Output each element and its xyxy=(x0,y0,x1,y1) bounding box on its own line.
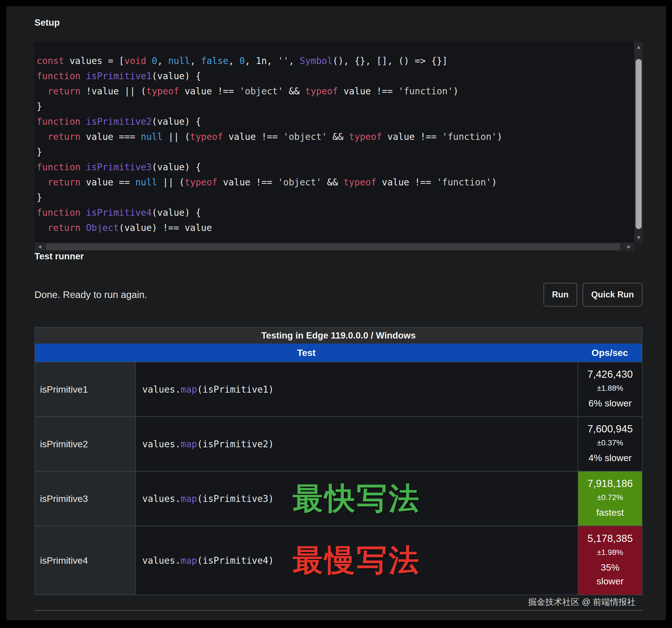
runner-buttons: Run Quick Run xyxy=(544,283,643,306)
ops-cell: 7,918,186 ±0.72% fastest xyxy=(578,471,642,526)
scroll-left-arrow-icon[interactable]: ◀ xyxy=(35,242,44,251)
results-rows: isPrimitive1 values.map(isPrimitive1) 7,… xyxy=(35,362,642,595)
test-name-cell: isPrimitive4 xyxy=(35,526,136,595)
vertical-scrollbar[interactable]: ▲ ▼ xyxy=(634,42,643,242)
test-code-cell: values.map(isPrimitive1) xyxy=(136,362,578,416)
result-row: isPrimitive4 values.map(isPrimitive4) 最慢… xyxy=(35,526,642,595)
scroll-down-arrow-icon[interactable]: ▼ xyxy=(634,233,643,242)
ops-cell: 7,426,430 ±1.88% 6% slower xyxy=(578,362,642,416)
setup-code-editor[interactable]: const values = [void 0, null, false, 0, … xyxy=(34,42,643,251)
column-header-ops: Ops/sec xyxy=(578,344,642,362)
horizontal-scrollbar[interactable]: ◀ ▶ xyxy=(34,242,634,251)
ops-value: 5,178,385 xyxy=(587,533,633,544)
page: { "colors": { "header_blue": "#0d49b2", … xyxy=(0,0,672,628)
test-name-cell: isPrimitive1 xyxy=(35,362,136,416)
runner-status: Done. Ready to run again. xyxy=(34,289,147,300)
ops-error-margin: ±0.37% xyxy=(597,438,623,447)
footer-divider xyxy=(34,610,643,611)
ops-value: 7,426,430 xyxy=(587,369,633,380)
test-runner-heading: Test runner xyxy=(34,251,666,262)
test-code-cell: values.map(isPrimitive4) 最慢写法 xyxy=(136,526,578,595)
ops-error-margin: ±1.98% xyxy=(597,548,623,557)
test-code-cell: values.map(isPrimitive3) 最快写法 xyxy=(136,471,578,526)
test-name: isPrimitive4 xyxy=(40,555,88,566)
ops-error-margin: ±1.88% xyxy=(597,384,623,393)
test-code: values.map(isPrimitive1) xyxy=(142,384,274,395)
results-caption: Testing in Edge 119.0.0.0 / Windows xyxy=(35,327,642,344)
vertical-scroll-thumb[interactable] xyxy=(635,59,642,229)
scroll-up-arrow-icon[interactable]: ▲ xyxy=(634,43,643,51)
test-code: values.map(isPrimitive2) xyxy=(142,439,274,449)
test-name-cell: isPrimitive2 xyxy=(35,417,136,471)
ops-status: 4% slower xyxy=(589,451,632,465)
quick-run-button[interactable]: Quick Run xyxy=(583,283,643,306)
ops-status: 6% slower xyxy=(589,396,632,410)
test-runner-bar: Done. Ready to run again. Run Quick Run xyxy=(34,283,643,306)
horizontal-scroll-thumb[interactable] xyxy=(46,243,620,250)
result-row: isPrimitive1 values.map(isPrimitive1) 7,… xyxy=(35,362,642,416)
annotation-overlay: 最快写法 xyxy=(293,478,421,519)
run-button[interactable]: Run xyxy=(544,283,577,306)
setup-code[interactable]: const values = [void 0, null, false, 0, … xyxy=(37,53,632,232)
test-name: isPrimitive1 xyxy=(40,384,88,395)
column-header-test: Test xyxy=(35,344,578,362)
ops-value: 7,600,945 xyxy=(587,423,633,435)
scrollbar-corner xyxy=(634,242,643,251)
test-code: values.map(isPrimitive4) xyxy=(142,555,274,566)
benchmark-panel: Setup const values = [void 0, null, fals… xyxy=(6,6,666,620)
test-code: values.map(isPrimitive3) xyxy=(142,493,274,504)
ops-value: 7,918,186 xyxy=(587,478,633,489)
results-header: Test Ops/sec xyxy=(35,344,642,362)
result-row: isPrimitive2 values.map(isPrimitive2) 7,… xyxy=(35,416,642,471)
annotation-overlay: 最慢写法 xyxy=(293,540,421,581)
setup-heading: Setup xyxy=(34,6,666,28)
scroll-right-arrow-icon[interactable]: ▶ xyxy=(624,242,634,251)
ops-cell: 5,178,385 ±1.98% 35%slower xyxy=(578,526,642,595)
ops-cell: 7,600,945 ±0.37% 4% slower xyxy=(578,417,642,471)
test-code-cell: values.map(isPrimitive2) xyxy=(136,417,578,471)
ops-error-margin: ±0.72% xyxy=(597,493,623,502)
ops-status: fastest xyxy=(596,506,624,519)
result-row: isPrimitive3 values.map(isPrimitive3) 最快… xyxy=(35,471,642,526)
ops-status: 35%slower xyxy=(596,560,623,588)
test-name: isPrimitive3 xyxy=(40,493,88,504)
watermark: 掘金技术社区 @ 前端情报社 xyxy=(6,596,635,608)
results-table: Testing in Edge 119.0.0.0 / Windows Test… xyxy=(34,327,643,595)
test-name-cell: isPrimitive3 xyxy=(35,471,136,526)
test-name: isPrimitive2 xyxy=(40,439,88,449)
